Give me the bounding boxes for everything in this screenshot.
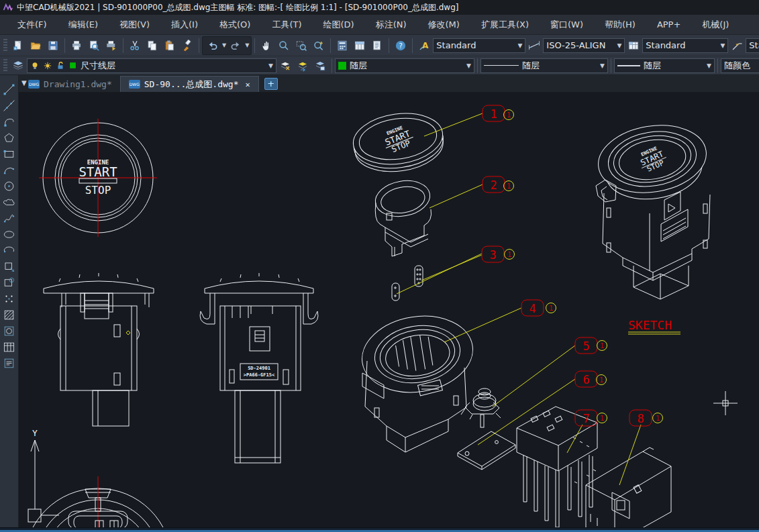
menu-item-3[interactable]: 视图(V) xyxy=(110,16,159,34)
layer-properties-button[interactable] xyxy=(9,57,27,74)
combo-caret-icon[interactable]: ▼ xyxy=(464,62,471,69)
combo-caret-icon[interactable]: ▼ xyxy=(704,62,711,69)
menu-item-8[interactable]: 标注(N) xyxy=(366,16,416,34)
paste-button[interactable] xyxy=(161,37,179,54)
copy-button[interactable] xyxy=(144,37,161,54)
status-bar-strip xyxy=(0,527,759,532)
leader-line xyxy=(493,345,575,407)
menu-item-2[interactable]: 编辑(E) xyxy=(59,16,107,34)
draw-tool-spline[interactable] xyxy=(1,211,17,226)
tab-list-dropdown-icon[interactable]: ▼ xyxy=(21,79,27,87)
linetype-combo[interactable]: 随层▼ xyxy=(480,58,608,73)
layer-combo[interactable]: 尺寸线层▼ xyxy=(27,58,276,73)
dim-style-combo[interactable]: ISO-25-ALIGN▼ xyxy=(543,38,625,53)
help-button[interactable]: ? xyxy=(392,37,409,54)
draw-tool-ellipse-arc[interactable] xyxy=(1,243,17,258)
draw-tool-hatch[interactable] xyxy=(1,307,17,323)
window-title: 中望CAD机械版2021 | SD-901000P00_总成图.dwg主图幅 标… xyxy=(17,2,458,13)
batch-plot-button[interactable] xyxy=(103,37,120,54)
draw-tool-gradient[interactable] xyxy=(1,323,17,339)
undo-button[interactable] xyxy=(204,37,221,54)
plot-preview-button[interactable] xyxy=(85,37,103,54)
draw-tool-arc[interactable] xyxy=(1,162,17,178)
save-button[interactable] xyxy=(44,37,62,54)
toolbar-grip[interactable] xyxy=(3,39,7,52)
layers-toolbar: 尺寸线层▼随层▼随层▼随层▼随颜色 xyxy=(0,56,759,75)
calculator-button[interactable] xyxy=(334,37,351,54)
menu-item-14[interactable]: 机械(J) xyxy=(693,16,738,34)
drawing-canvas[interactable]: ENGINE START STOP ENGINE START STOP xyxy=(19,93,759,527)
menu-item-12[interactable]: 帮助(H) xyxy=(595,16,645,34)
layer-states-button[interactable] xyxy=(311,57,329,74)
draw-tool-point[interactable] xyxy=(1,291,17,307)
freeze-icon[interactable] xyxy=(43,61,52,70)
unlock-icon[interactable] xyxy=(56,61,65,70)
tab-close-icon[interactable]: ✕ xyxy=(246,80,250,89)
text-style-combo[interactable]: Standard▼ xyxy=(433,38,525,53)
draw-tool-make-block[interactable] xyxy=(1,275,17,290)
bulb-icon[interactable] xyxy=(30,61,40,70)
mleader-style-icon[interactable] xyxy=(728,37,746,54)
zoom-window-button[interactable] xyxy=(293,37,310,54)
toolbar-separator xyxy=(254,38,255,53)
sheet-set-button[interactable] xyxy=(368,37,386,54)
draw-tool-mtext[interactable] xyxy=(1,356,17,371)
dwg-file-icon: DWG xyxy=(129,80,140,89)
lineweight-combo[interactable]: 随层▼ xyxy=(614,58,715,73)
table-style-icon[interactable] xyxy=(625,37,642,54)
dropdown-caret-icon[interactable]: ▼ xyxy=(222,42,226,48)
new-tab-button[interactable]: + xyxy=(264,78,278,90)
menu-item-6[interactable]: 工具(T) xyxy=(262,16,311,34)
text-style-icon[interactable]: A xyxy=(415,37,433,54)
menu-item-5[interactable]: 格式(O) xyxy=(210,16,260,34)
mleader-style-combo[interactable]: Standard xyxy=(746,38,759,53)
draw-tool-polygon[interactable] xyxy=(1,130,17,146)
draw-tool-line[interactable] xyxy=(1,82,17,97)
combo-caret-icon[interactable]: ▼ xyxy=(717,42,725,49)
document-tab-2[interactable]: DWGSD-90...总成图.dwg*✕ xyxy=(120,76,259,92)
menu-item-7[interactable]: 绘图(D) xyxy=(314,16,364,34)
linetype-combo-preview xyxy=(484,65,519,66)
draw-tool-polyline[interactable] xyxy=(1,114,17,129)
table-button[interactable] xyxy=(351,37,368,54)
draw-tool-rectangle[interactable] xyxy=(1,146,17,162)
cut-button[interactable] xyxy=(126,37,144,54)
print-button[interactable] xyxy=(68,37,85,54)
draw-tool-xline[interactable] xyxy=(1,98,17,113)
make-current-button[interactable] xyxy=(276,57,294,74)
lineweight-combo-preview xyxy=(617,65,640,66)
layer-combo-caret-icon[interactable]: ▼ xyxy=(266,62,273,69)
color-combo[interactable]: 随层▼ xyxy=(335,58,474,73)
draw-tool-circle[interactable] xyxy=(1,178,17,194)
combo-caret-icon[interactable]: ▼ xyxy=(614,42,621,49)
combo-caret-icon[interactable]: ▼ xyxy=(597,62,605,69)
toolbar-grip[interactable] xyxy=(3,59,7,72)
menu-item-4[interactable]: 插入(I) xyxy=(162,16,207,34)
new-file-button[interactable] xyxy=(9,37,27,54)
zoom-object-button[interactable] xyxy=(310,37,327,54)
combo-caret-icon[interactable]: ▼ xyxy=(515,42,522,49)
combo-value: Standard xyxy=(436,40,476,50)
dim-style-icon[interactable] xyxy=(525,37,543,54)
draw-tool-table[interactable] xyxy=(1,339,17,355)
document-tab-1[interactable]: DWGDrawing1.dwg* xyxy=(20,76,120,92)
table-style-combo[interactable]: Standard▼ xyxy=(642,38,728,53)
toolbar-separator xyxy=(477,58,478,73)
open-button[interactable] xyxy=(27,37,44,54)
plotstyle-combo[interactable]: 随颜色 xyxy=(721,58,759,73)
menu-item-10[interactable]: 扩展工具(X) xyxy=(472,16,538,34)
menu-item-1[interactable]: 文件(F) xyxy=(8,16,56,34)
draw-tool-revcloud[interactable] xyxy=(1,195,17,210)
menu-item-11[interactable]: 窗口(W) xyxy=(541,16,593,34)
menu-item-9[interactable]: 修改(M) xyxy=(419,16,469,34)
draw-tool-ellipse[interactable] xyxy=(1,227,17,242)
redo-button[interactable] xyxy=(227,37,244,54)
match-properties-button[interactable] xyxy=(179,37,196,54)
layer-previous-button[interactable] xyxy=(294,57,311,74)
zoom-realtime-button[interactable] xyxy=(275,37,293,54)
dropdown-caret-icon[interactable]: ▼ xyxy=(245,42,249,48)
layer-color-swatch[interactable] xyxy=(68,61,77,70)
draw-tool-insert-block[interactable] xyxy=(1,259,17,274)
pan-button[interactable] xyxy=(258,37,275,54)
menu-item-13[interactable]: APP+ xyxy=(648,17,690,32)
